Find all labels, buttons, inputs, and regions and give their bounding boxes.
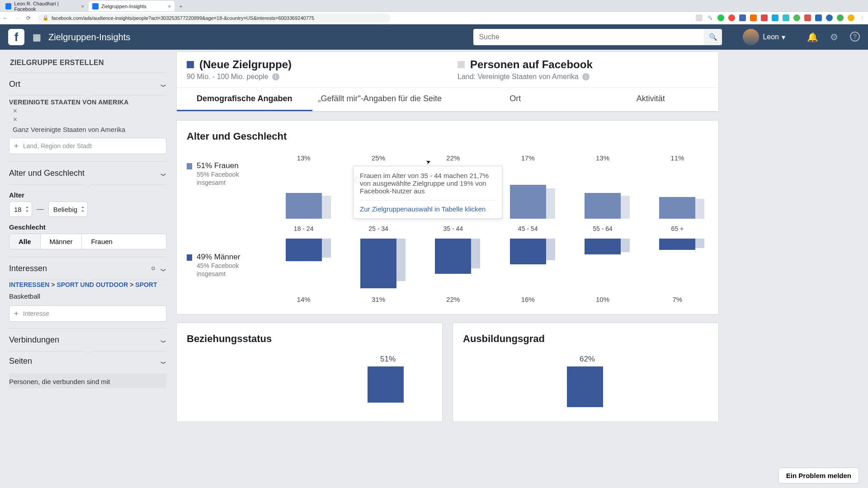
zoom-icon[interactable]: 🔍 (707, 14, 713, 21)
audience-color-icon (458, 61, 465, 68)
info-icon[interactable]: i (582, 73, 590, 80)
age-bucket-label: 45 - 54 (518, 225, 538, 232)
chevron-down-icon: ⌄ (158, 356, 169, 366)
reload-icon[interactable]: ⟳ (26, 15, 33, 21)
bar-value: 13% (297, 154, 311, 162)
tab-activity[interactable]: Aktivität (583, 88, 719, 111)
extension-icon[interactable] (815, 14, 822, 21)
bar-value: 25% (372, 154, 385, 162)
menu-icon[interactable]: ⋮ (859, 14, 865, 21)
legend-men-pct: 49% Männer (197, 253, 259, 262)
age-to-select[interactable]: Beliebig (48, 202, 88, 217)
user-menu[interactable]: Leon ▾ (743, 29, 785, 45)
lock-icon: 🔒 (42, 15, 49, 21)
sidebar-panel-interests[interactable]: Interessen ⌄ (9, 257, 166, 280)
app-title: Zielgruppen-Insights (48, 32, 130, 42)
chevron-down-icon: ⌄ (158, 263, 169, 273)
age-gender-chart[interactable]: ➤ Frauen im Alter von 35 - 44 machen 21,… (273, 152, 708, 303)
breadcrumb-link[interactable]: SPORT (135, 281, 157, 288)
location-input[interactable]: ＋ Land, Region oder Stadt (9, 138, 166, 154)
chevron-down-icon: ⌄ (158, 335, 169, 345)
browser-tab[interactable]: Leon R. Chaudhari | Facebook × (2, 1, 88, 11)
new-tab-button[interactable]: + (175, 1, 186, 11)
status-dot-icon (151, 267, 155, 270)
extension-icon[interactable] (739, 14, 746, 21)
report-problem-button[interactable]: Ein Problem melden (778, 468, 859, 483)
breadcrumb-link[interactable]: SPORT UND OUTDOOR (57, 281, 128, 288)
plus-icon: ＋ (13, 310, 19, 318)
close-icon[interactable]: × (168, 4, 171, 9)
search-input-wrap (473, 29, 704, 45)
gender-segmented: Alle Männer Frauen (9, 234, 166, 249)
sidebar-panel-location[interactable]: Ort ⌄ (9, 73, 166, 95)
chevron-down-icon: ⌄ (158, 79, 169, 89)
sidebar-panel-connections[interactable]: Verbindungen ⌄ (9, 328, 166, 351)
bar-value: 16% (521, 296, 535, 303)
tab-page-likes[interactable]: „Gefällt mir"-Angaben für die Seite (312, 88, 448, 111)
extension-icon[interactable] (772, 14, 778, 21)
gender-option-male[interactable]: Männer (41, 234, 82, 249)
settings-gear-icon[interactable]: ⚙ (830, 32, 838, 42)
apps-grid-icon[interactable]: ▦ (33, 32, 40, 42)
extension-icon[interactable] (848, 14, 854, 21)
interest-input[interactable]: ＋ Interesse (9, 305, 166, 322)
extension-icon[interactable] (717, 14, 724, 21)
tooltip-text: Frauen im Alter von 35 - 44 machen 21,7%… (360, 172, 489, 195)
gender-option-all[interactable]: Alle (9, 234, 41, 249)
remove-icon[interactable]: ✕ (9, 106, 166, 114)
browser-tab[interactable]: Zielgruppen-Insights × (89, 1, 175, 11)
tab-title: Zielgruppen-Insights (101, 4, 146, 9)
range-dash: — (37, 205, 44, 213)
extension-icon[interactable] (783, 14, 789, 21)
search-icon: 🔍 (709, 33, 717, 41)
extension-icon[interactable] (761, 14, 768, 21)
relationship-title: Beziehungsstatus (177, 323, 442, 355)
extension-icon[interactable] (826, 14, 833, 21)
breadcrumb-link[interactable]: INTERESSEN (9, 281, 49, 288)
bar-value: 10% (596, 296, 609, 303)
bar-value: 14% (297, 296, 311, 303)
placeholder-text: Land, Region oder Stadt (23, 142, 92, 150)
extension-icon[interactable] (837, 14, 844, 21)
search-input[interactable] (473, 29, 704, 45)
panel-label: Interessen (9, 264, 47, 273)
browser-tab-strip: Leon R. Chaudhari | Facebook × Zielgrupp… (0, 0, 868, 12)
help-icon[interactable]: ? (850, 32, 860, 42)
age-bucket-label: 25 - 34 (368, 225, 388, 232)
tab-location[interactable]: Ort (448, 88, 583, 111)
address-bar[interactable]: 🔒 facebook.com/ads/audience-insights/peo… (38, 14, 391, 23)
extension-icon[interactable] (750, 14, 757, 21)
remove-icon[interactable]: ✕ (9, 114, 166, 123)
close-icon[interactable]: × (81, 4, 84, 9)
age-from-value: 18 (14, 206, 22, 213)
age-from-select[interactable]: 18 (9, 202, 32, 217)
extension-icon[interactable] (728, 14, 735, 21)
tab-demographics[interactable]: Demografische Angaben (177, 88, 312, 111)
legend-women-sub: 55% Facebook insgesamt (197, 170, 259, 187)
panel-label: Verbindungen (9, 335, 59, 345)
extension-icon[interactable] (696, 14, 703, 21)
forward-icon[interactable]: → (14, 15, 22, 21)
connected-with-label: Personen, die verbunden sind mit (9, 378, 110, 385)
facebook-logo[interactable]: f (8, 29, 24, 45)
placeholder-text: Interesse (23, 310, 49, 317)
extension-icon[interactable] (804, 14, 811, 21)
tooltip-link[interactable]: Zur Zielgruppenauswahl in Tabelle klicke… (360, 200, 495, 213)
notifications-icon[interactable]: 🔔 (807, 32, 818, 42)
panel-label: Alter und Geschlecht (9, 169, 85, 178)
bar-value: 17% (521, 154, 535, 162)
extension-icon[interactable] (793, 14, 800, 21)
sidebar-panel-age-gender[interactable]: Alter und Geschlecht ⌄ (9, 162, 166, 184)
avatar (743, 29, 759, 45)
tab-title: Leon R. Chaudhari | Facebook (14, 1, 78, 12)
info-icon[interactable]: i (272, 73, 279, 80)
panel-label: Seiten (9, 357, 32, 366)
age-bucket-label: 18 - 24 (294, 225, 314, 232)
bar-value: 11% (670, 154, 684, 162)
back-icon[interactable]: ← (3, 15, 10, 21)
url-text: facebook.com/ads/audience-insights/peopl… (52, 15, 314, 21)
search-button[interactable]: 🔍 (704, 29, 722, 45)
gender-option-female[interactable]: Frauen (82, 234, 122, 249)
chevron-down-icon: ▾ (782, 33, 785, 42)
interest-name: Basketball (9, 290, 166, 301)
